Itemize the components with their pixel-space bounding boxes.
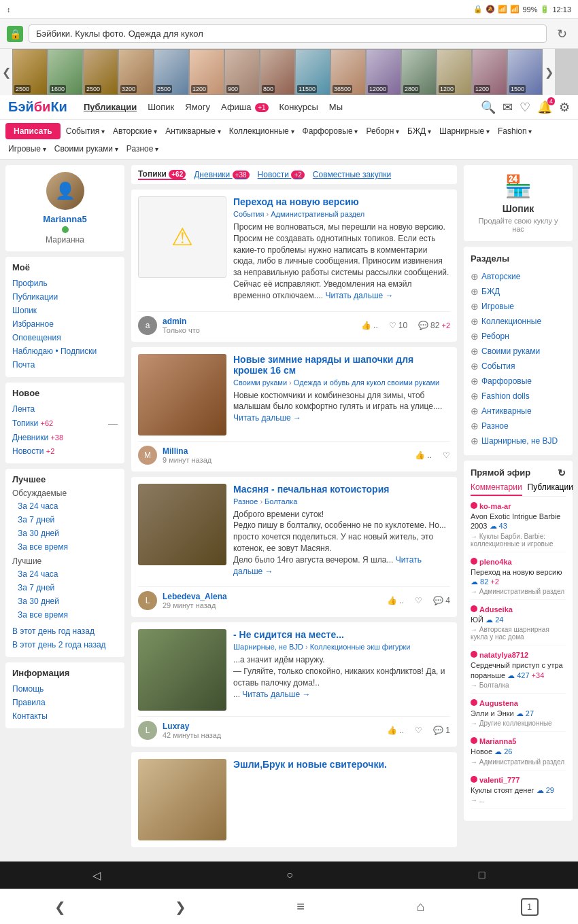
post-4-like[interactable]: 👍 .. <box>387 726 404 735</box>
strip-item-3[interactable]: 2500 <box>83 49 118 95</box>
best-30d[interactable]: За 30 дней <box>12 594 118 608</box>
strip-item-6[interactable]: 1200 <box>189 49 224 95</box>
settings-icon[interactable]: ⚙ <box>559 100 570 115</box>
username-label[interactable]: Marianna5 <box>12 214 118 224</box>
post-2-like[interactable]: 👍 .. <box>415 450 432 460</box>
post-3-favorite[interactable]: ♡ <box>415 596 422 605</box>
post-2-title[interactable]: Новые зимние наряды и шапочки для крошек… <box>233 354 450 376</box>
live-refresh-icon[interactable]: ↻ <box>558 467 566 478</box>
strip-item-13[interactable]: 1200 <box>437 49 472 95</box>
mail-icon[interactable]: ✉ <box>503 100 513 115</box>
strip-item-8[interactable]: 800 <box>260 49 295 95</box>
cat-bjd[interactable]: БЖД <box>405 124 434 138</box>
discussed-30d[interactable]: За 30 дней <box>12 527 118 540</box>
section-farfor[interactable]: ⊕ Фарфоровые <box>471 374 566 389</box>
discussed-7d[interactable]: За 7 дней <box>12 513 118 527</box>
post-4-cat[interactable]: Шарнирные, не BJD <box>233 643 303 651</box>
post-1-title[interactable]: Переход на новую версию <box>233 196 450 207</box>
post-1-comment[interactable]: 💬 82+2 <box>418 321 450 330</box>
section-igrovye[interactable]: ⊕ Игровые <box>471 299 566 314</box>
browser-menu-button[interactable]: ≡ <box>280 893 321 921</box>
browser-tabs-button[interactable]: 1 <box>521 898 539 916</box>
post-3-title[interactable]: Масяня - печальная котоистория <box>233 484 450 495</box>
strip-item-11[interactable]: 12000 <box>366 49 401 95</box>
sidebar-topics[interactable]: Топики +62— <box>12 416 118 431</box>
browser-refresh-button[interactable]: ↻ <box>552 24 571 43</box>
post-4-subcat[interactable]: Коллекционные экш фигурки <box>310 643 411 651</box>
cat-reborn[interactable]: Реборн <box>363 124 402 138</box>
live-user-5[interactable]: Augustena <box>471 699 566 707</box>
post-3-readmore[interactable]: Читать дальше → <box>233 555 422 576</box>
sidebar-shopik[interactable]: Шопик <box>12 304 118 317</box>
strip-item-9[interactable]: 11500 <box>295 49 330 95</box>
section-bjd[interactable]: ⊕ БЖД <box>471 284 566 299</box>
strip-item-14[interactable]: 1200 <box>472 49 507 95</box>
post-3-author-name[interactable]: Lebedeva_Alena <box>163 592 227 601</box>
notifications-icon[interactable]: 🔔4 <box>537 100 552 115</box>
post-2-favorite[interactable]: ♡ <box>443 450 450 460</box>
post-3-comment[interactable]: 💬 4 <box>433 596 450 605</box>
strip-item-2[interactable]: 1600 <box>48 49 83 95</box>
sidebar-subscriptions[interactable]: Наблюдаю • Подписки <box>12 344 118 358</box>
post-3-like[interactable]: 👍 .. <box>387 596 404 605</box>
sidebar-feed[interactable]: Лента <box>12 402 118 416</box>
section-avtorskie[interactable]: ⊕ Авторские <box>471 269 566 284</box>
sidebar-news[interactable]: Новости +2 <box>12 444 118 458</box>
browser-home-button[interactable]: ⌂ <box>401 893 441 921</box>
live-user-3[interactable]: Aduseika <box>471 605 566 614</box>
sidebar-publications[interactable]: Публикации <box>12 290 118 304</box>
strip-right-arrow[interactable]: ❯ <box>543 49 555 95</box>
sidebar-contacts[interactable]: Контакты <box>12 709 118 723</box>
nav-yamogu[interactable]: Ямогу <box>185 102 210 112</box>
post-1-cat[interactable]: События <box>233 210 264 218</box>
post-1-readmore[interactable]: Читать дальше → <box>325 291 393 300</box>
best-7d[interactable]: За 7 дней <box>12 581 118 594</box>
cat-fashion[interactable]: Fashion <box>495 124 534 138</box>
sidebar-help[interactable]: Помощь <box>12 682 118 696</box>
cat-avtorskie[interactable]: Авторские <box>110 124 160 138</box>
year-ago[interactable]: В этот день год назад <box>12 624 118 638</box>
section-kollekc[interactable]: ⊕ Коллекционные <box>471 314 566 329</box>
live-user-4[interactable]: natatylya8712 <box>471 651 566 659</box>
cat-antique[interactable]: Антикварные <box>163 124 223 138</box>
tab-diaries[interactable]: Дневники +38 <box>194 170 249 179</box>
post-1-subcat[interactable]: Административный раздел <box>271 210 364 218</box>
sidebar-favorites[interactable]: Избранное <box>12 317 118 331</box>
cat-collection[interactable]: Коллекционные <box>226 124 297 138</box>
post-5-title[interactable]: Эшли,Брук и новые свитерочки. <box>233 759 450 770</box>
section-antique[interactable]: ⊕ Антикварные <box>471 404 566 419</box>
write-button[interactable]: Написать <box>5 123 61 139</box>
android-back-button[interactable]: ◁ <box>92 869 101 882</box>
post-1-author-name[interactable]: admin <box>163 317 200 326</box>
nav-afisha[interactable]: Афиша +1 <box>221 102 268 112</box>
cat-igrovye[interactable]: Игровые <box>5 142 49 156</box>
strip-item-1[interactable]: 2500 <box>12 49 48 95</box>
sidebar-diaries[interactable]: Дневники +38 <box>12 431 118 444</box>
nav-konkurs[interactable]: Конкурсы <box>279 102 318 112</box>
tab-news[interactable]: Новости +2 <box>258 170 305 179</box>
post-4-comment[interactable]: 💬 1 <box>433 726 450 735</box>
strip-item-12[interactable]: 2800 <box>401 49 437 95</box>
post-3-subcat[interactable]: Болталка <box>265 497 297 505</box>
sidebar-rules[interactable]: Правила <box>12 696 118 709</box>
post-2-readmore[interactable]: Читать дальше → <box>233 413 301 423</box>
live-user-1[interactable]: ko-ma-ar <box>471 502 566 510</box>
section-reborn[interactable]: ⊕ Реборн <box>471 329 566 344</box>
post-1-favorite[interactable]: ♡ 10 <box>389 321 407 330</box>
nav-publications[interactable]: Публикации <box>84 102 137 112</box>
post-4-readmore[interactable]: Читать дальше → <box>242 690 310 699</box>
nav-my[interactable]: Мы <box>329 102 343 112</box>
best-all[interactable]: За все время <box>12 608 118 622</box>
discussed-all[interactable]: За все время <box>12 540 118 554</box>
live-tab-comments[interactable]: Комментарии <box>471 482 522 496</box>
site-logo[interactable]: БэйбиКи <box>8 99 67 115</box>
strip-item-5[interactable]: 2500 <box>154 49 189 95</box>
discussed-24h[interactable]: За 24 часа <box>12 499 118 513</box>
browser-back-button[interactable]: ❮ <box>39 893 80 921</box>
browser-forward-button[interactable]: ❯ <box>160 893 201 921</box>
sidebar-mail[interactable]: Почта <box>12 358 118 372</box>
android-recents-button[interactable]: □ <box>479 869 486 881</box>
post-2-subcat[interactable]: Одежда и обувь для кукол своими руками <box>294 378 439 387</box>
live-user-6[interactable]: Marianna5 <box>471 737 566 745</box>
cat-sharnirnye[interactable]: Шарнирные <box>437 124 492 138</box>
